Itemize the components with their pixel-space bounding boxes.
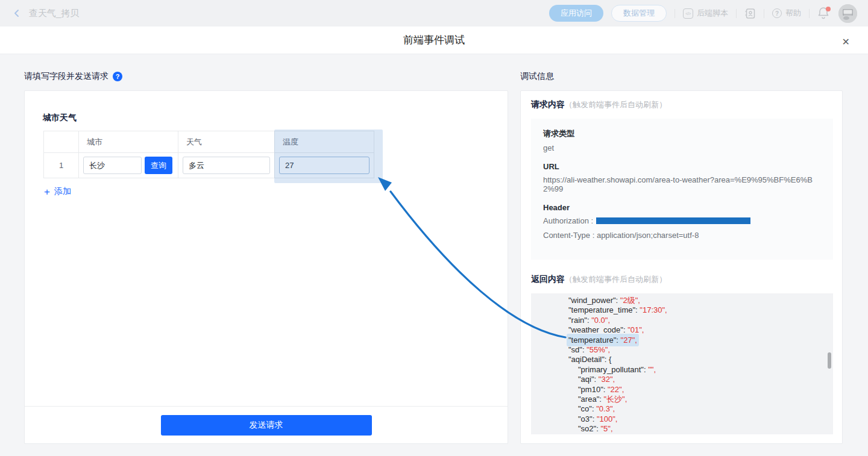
authorization-redaction-bar <box>596 217 750 224</box>
content-type-label: Content-Type : <box>543 231 594 240</box>
query-button[interactable]: 查询 <box>145 157 172 174</box>
help-button[interactable]: ? 帮助 <box>772 8 801 19</box>
content-type-value: application/json;charset=utf-8 <box>597 231 699 240</box>
modal-title: 前端事件调试 <box>403 33 465 47</box>
request-refresh-hint: （触发前端事件后自动刷新） <box>565 100 667 109</box>
col-header-weather: 天气 <box>178 131 275 152</box>
request-content-header: 请求内容（触发前端事件后自动刷新） <box>531 99 667 110</box>
contact-book-icon <box>744 8 756 19</box>
divider <box>809 9 810 18</box>
temperature-input[interactable] <box>279 157 370 174</box>
col-header-temperature: 温度 <box>275 131 374 152</box>
backend-script-button[interactable]: </> 后端脚本 <box>683 8 728 19</box>
modal-body: 请填写字段并发送请求 ? 城市天气 城市 天气 温度 1 查询 <box>0 54 868 456</box>
request-content-title: 请求内容 <box>531 99 565 109</box>
response-content-header: 返回内容（触发前端事件后自动刷新） <box>531 274 667 285</box>
contacts-button[interactable] <box>744 8 756 19</box>
row-index: 1 <box>44 153 79 178</box>
col-header-city: 城市 <box>79 131 178 152</box>
code-line: "rain": "0.0", <box>531 316 833 325</box>
response-refresh-hint: （触发前端事件后自动刷新） <box>565 275 667 284</box>
city-cell: 查询 <box>79 153 178 178</box>
data-manage-button[interactable]: 数据管理 <box>611 5 667 22</box>
authorization-label: Authorization : <box>543 216 593 225</box>
table-title: 城市天气 <box>43 113 77 123</box>
form-section-header: 请填写字段并发送请求 ? <box>24 71 122 82</box>
divider <box>764 9 764 18</box>
debug-section-title: 调试信息 <box>520 71 554 82</box>
code-line: "co": "0.3", <box>531 404 833 414</box>
divider <box>736 9 737 18</box>
form-footer: 发送请求 <box>25 406 508 443</box>
form-card: 城市天气 城市 天气 温度 1 查询 <box>24 90 508 444</box>
header-label: Header <box>543 203 821 212</box>
response-code: "wind_power": "2级","temperature_time": "… <box>531 296 833 434</box>
response-code-box: "wind_power": "2级","temperature_time": "… <box>531 293 833 434</box>
request-type-value: get <box>543 143 821 152</box>
table-header-row: 城市 天气 温度 <box>44 131 374 153</box>
table-row: 1 查询 <box>44 153 374 178</box>
notification-dot <box>826 7 831 11</box>
user-avatar[interactable] <box>838 4 857 23</box>
code-line: "area": "长沙", <box>531 395 833 404</box>
data-manage-label: 数据管理 <box>623 8 655 19</box>
code-line: "temperature": "27", <box>531 336 833 345</box>
code-line: "aqiDetail": { <box>531 355 833 364</box>
help-label: 帮助 <box>785 8 801 19</box>
col-header-index <box>44 131 79 152</box>
content-type-row: Content-Type : application/json;charset=… <box>543 231 821 240</box>
debug-card: 请求内容（触发前端事件后自动刷新） 请求类型 get URL https://a… <box>520 90 843 444</box>
modal-header: 前端事件调试 ✕ <box>0 27 868 54</box>
code-icon: </> <box>683 8 693 19</box>
notifications-button[interactable] <box>817 6 831 20</box>
weather-input[interactable] <box>183 157 270 174</box>
app-access-button[interactable]: 应用访问 <box>549 5 603 22</box>
code-line: "wind_power": "2级", <box>531 296 833 305</box>
code-line: "primary_pollutant": "", <box>531 365 833 375</box>
request-type-label: 请求类型 <box>543 128 821 139</box>
back-button[interactable] <box>11 7 23 19</box>
help-circle-icon[interactable]: ? <box>113 72 122 81</box>
weather-table: 城市 天气 温度 1 查询 <box>43 131 374 178</box>
plus-icon: + <box>44 187 50 197</box>
code-line: "weather_code": "01", <box>531 325 833 335</box>
avatar-image <box>838 4 857 23</box>
code-line: "pm10": "22", <box>531 385 833 395</box>
url-label: URL <box>543 162 821 171</box>
debug-section-header: 调试信息 <box>520 71 554 82</box>
url-value: https://ali-weather.showapi.com/area-to-… <box>543 175 821 193</box>
topbar-left: 查天气_拷贝 <box>11 7 79 19</box>
form-section-title: 请填写字段并发送请求 <box>24 71 108 82</box>
response-content-title: 返回内容 <box>531 274 565 284</box>
authorization-row: Authorization : <box>543 216 821 225</box>
app-title: 查天气_拷贝 <box>29 8 79 19</box>
add-row-button[interactable]: + 添加 <box>44 186 71 197</box>
city-input[interactable] <box>83 157 142 174</box>
temperature-cell <box>275 153 374 178</box>
app-access-label: 应用访问 <box>561 8 592 19</box>
back-chevron-icon <box>12 8 22 18</box>
close-icon[interactable]: ✕ <box>840 34 852 50</box>
request-info-box: 请求类型 get URL https://ali-weather.showapi… <box>531 119 833 260</box>
backend-script-label: 后端脚本 <box>697 8 728 19</box>
code-line: "so2": "5", <box>531 424 833 434</box>
code-line: "o3": "100", <box>531 414 833 424</box>
question-circle-icon: ? <box>772 8 782 18</box>
add-row-label: 添加 <box>54 186 71 197</box>
scrollbar-thumb[interactable] <box>828 352 831 369</box>
weather-cell <box>178 153 275 178</box>
topbar: 查天气_拷贝 应用访问 数据管理 </> 后端脚本 <box>0 0 868 27</box>
code-line: "sd": "55%", <box>531 345 833 355</box>
app-screen: 查天气_拷贝 应用访问 数据管理 </> 后端脚本 <box>0 0 868 456</box>
code-line: "aqi": "32", <box>531 375 833 384</box>
code-line: "temperature_time": "17:30", <box>531 305 833 315</box>
divider <box>675 9 675 18</box>
send-request-button[interactable]: 发送请求 <box>161 415 372 436</box>
topbar-right: 应用访问 数据管理 </> 后端脚本 <box>549 4 857 23</box>
